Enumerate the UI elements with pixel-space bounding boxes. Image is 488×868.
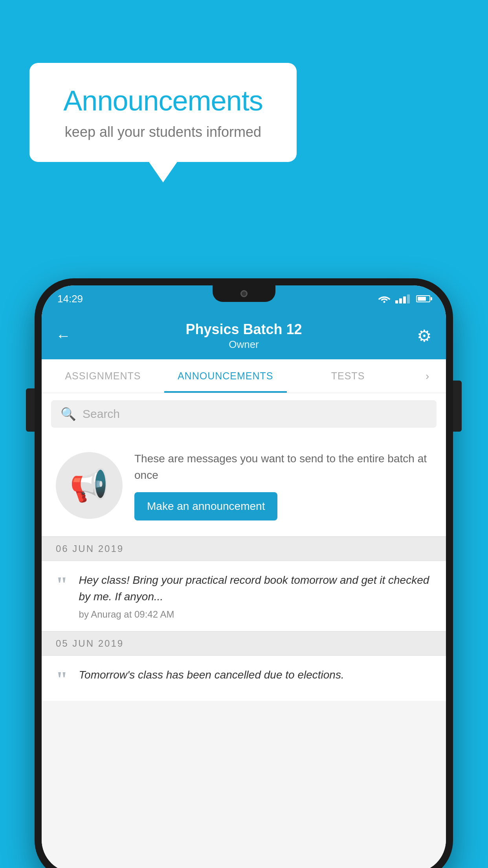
search-bar-container: 🔍 Search — [42, 393, 446, 435]
announcement-item-1[interactable]: " Hey class! Bring your practical record… — [42, 561, 446, 631]
announcement-item-2[interactable]: " Tomorrow's class has been cancelled du… — [42, 656, 446, 701]
tab-more[interactable]: › — [409, 359, 446, 393]
announcement-text-1: Hey class! Bring your practical record b… — [79, 572, 432, 605]
make-announcement-button[interactable]: Make an announcement — [134, 492, 277, 520]
tab-assignments[interactable]: ASSIGNMENTS — [42, 359, 164, 393]
batch-title: Physics Batch 12 — [185, 321, 302, 338]
phone-mockup: 14:29 — [35, 278, 453, 868]
date-separator-1: 06 JUN 2019 — [42, 537, 446, 561]
status-time: 14:29 — [57, 293, 83, 305]
quote-icon-1: " — [56, 574, 68, 595]
phone-outer: 14:29 — [35, 278, 453, 868]
promo-description: These are messages you want to send to t… — [134, 451, 432, 484]
search-bar[interactable]: 🔍 Search — [51, 400, 437, 428]
battery-level — [418, 297, 426, 301]
signal-icon — [395, 294, 410, 303]
app-header: ← Physics Batch 12 Owner ⚙ — [42, 312, 446, 359]
tabs-bar: ASSIGNMENTS ANNOUNCEMENTS TESTS › — [42, 359, 446, 393]
batch-role: Owner — [185, 338, 302, 351]
back-button[interactable]: ← — [56, 327, 71, 344]
announcement-body-1: Hey class! Bring your practical record b… — [79, 572, 432, 620]
date-separator-2: 05 JUN 2019 — [42, 631, 446, 656]
speech-bubble-subtitle: keep all your students informed — [53, 124, 273, 140]
search-placeholder: Search — [83, 407, 120, 421]
tab-announcements[interactable]: ANNOUNCEMENTS — [164, 359, 287, 393]
status-icons — [378, 294, 430, 303]
search-icon: 🔍 — [61, 406, 76, 421]
content-area: 🔍 Search 📢 These are messages you want t… — [42, 393, 446, 868]
svg-point-0 — [383, 301, 385, 303]
announcement-body-2: Tomorrow's class has been cancelled due … — [79, 667, 432, 687]
promo-content: These are messages you want to send to t… — [134, 451, 432, 520]
megaphone-icon: 📢 — [70, 467, 109, 504]
announcement-meta-1: by Anurag at 09:42 AM — [79, 609, 432, 620]
promo-card: 📢 These are messages you want to send to… — [42, 435, 446, 537]
announcement-text-2: Tomorrow's class has been cancelled due … — [79, 667, 432, 683]
quote-icon-2: " — [56, 668, 68, 690]
tab-tests[interactable]: TESTS — [287, 359, 409, 393]
header-title-block: Physics Batch 12 Owner — [185, 321, 302, 351]
phone-notch — [213, 285, 275, 302]
camera-sensor — [240, 290, 248, 297]
speech-bubble-card: Announcements keep all your students inf… — [29, 63, 297, 162]
speech-bubble-title: Announcements — [53, 85, 273, 117]
settings-icon[interactable]: ⚙ — [417, 326, 432, 346]
battery-icon — [416, 295, 430, 302]
wifi-icon — [378, 294, 391, 303]
promo-icon-circle: 📢 — [56, 452, 123, 519]
phone-screen: 14:29 — [42, 285, 446, 868]
